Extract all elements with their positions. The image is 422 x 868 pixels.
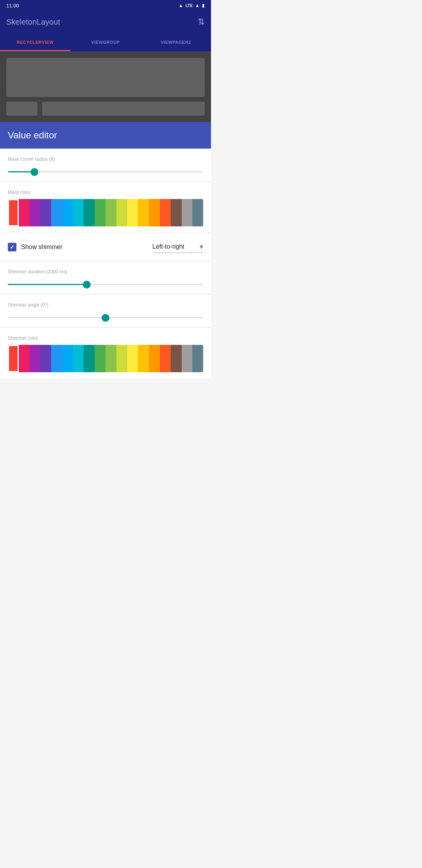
show-shimmer-checkbox-container: ✓ Show shimmer: [8, 243, 152, 251]
status-time: 11:00: [6, 3, 19, 9]
mask-color-label: Mask color: [8, 190, 203, 195]
color-swatch-14[interactable]: [160, 199, 171, 226]
color-swatch-15[interactable]: [171, 345, 182, 372]
color-swatch-2[interactable]: [30, 199, 41, 226]
lte-icon: LTE: [186, 4, 193, 8]
color-swatch-8[interactable]: [95, 345, 106, 372]
color-swatch-11[interactable]: [127, 199, 138, 226]
shimmer-color-label: Shimmer color: [8, 335, 203, 341]
app-title: SkeletonLayout: [6, 18, 60, 27]
shimmer-duration-label: Shimmer duration (2000 ms): [8, 269, 203, 274]
tab-viewpager2[interactable]: VIEWPAGER2: [141, 33, 211, 51]
show-shimmer-label: Show shimmer: [21, 244, 63, 251]
color-swatch-13[interactable]: [149, 345, 160, 372]
skeleton-block-small-1: [6, 102, 38, 116]
color-swatch-17[interactable]: [192, 345, 203, 372]
skeleton-row: [6, 102, 205, 116]
chevron-down-icon: ▾: [200, 242, 203, 251]
color-swatch-15[interactable]: [171, 199, 182, 226]
checkmark-icon: ✓: [10, 244, 14, 250]
value-editor-title: Value editor: [8, 130, 57, 140]
color-swatch-12[interactable]: [138, 345, 149, 372]
color-swatch-16[interactable]: [182, 345, 193, 372]
wifi-icon: ▲: [179, 3, 183, 8]
tab-recyclerview-label: RECYCLERVIEW: [17, 40, 54, 45]
color-swatch-9[interactable]: [106, 199, 116, 226]
color-swatch-0[interactable]: [8, 199, 19, 226]
mask-corner-radius-slider[interactable]: [8, 171, 203, 172]
show-shimmer-row: ✓ Show shimmer Left-to-right ▾: [0, 233, 211, 261]
mask-corner-radius-section: Mask corner radius (8): [0, 149, 211, 182]
shimmer-direction-dropdown[interactable]: Left-to-right ▾: [152, 241, 203, 253]
color-swatch-0[interactable]: [8, 345, 19, 372]
color-swatch-16[interactable]: [182, 199, 193, 226]
shimmer-angle-section: Shimmer angle (0°): [0, 294, 211, 328]
tab-bar: RECYCLERVIEW VIEWGROUP VIEWPAGER2: [0, 33, 211, 52]
color-swatch-11[interactable]: [127, 345, 138, 372]
color-swatch-10[interactable]: [116, 199, 127, 226]
color-swatch-17[interactable]: [192, 199, 203, 226]
tab-viewpager2-label: VIEWPAGER2: [161, 40, 191, 45]
signal-icon: ▲: [195, 3, 200, 8]
preview-area: [0, 52, 211, 122]
color-swatch-8[interactable]: [95, 199, 106, 226]
color-swatch-4[interactable]: [51, 345, 62, 372]
mask-corner-radius-label: Mask corner radius (8): [8, 156, 203, 162]
app-bar: SkeletonLayout ⇅: [0, 11, 211, 33]
show-shimmer-checkbox[interactable]: ✓: [8, 243, 16, 251]
status-icons: ▲ LTE ▲ ▮: [179, 3, 205, 8]
color-swatch-12[interactable]: [138, 199, 149, 226]
mask-corner-radius-slider-container: [8, 166, 203, 175]
color-swatch-7[interactable]: [84, 199, 95, 226]
tab-viewgroup[interactable]: VIEWGROUP: [70, 33, 141, 51]
shimmer-angle-slider-container: [8, 312, 203, 321]
mask-color-section: Mask color: [0, 182, 211, 233]
color-swatch-1[interactable]: [19, 199, 30, 226]
color-swatch-6[interactable]: [73, 199, 84, 226]
editor-content: Mask corner radius (8) Mask color ✓ Show…: [0, 149, 211, 378]
shimmer-angle-slider[interactable]: [8, 317, 203, 318]
shimmer-direction-value: Left-to-right: [152, 243, 200, 250]
swap-vertical-icon[interactable]: ⇅: [198, 17, 205, 27]
color-swatch-5[interactable]: [62, 345, 73, 372]
shimmer-duration-section: Shimmer duration (2000 ms): [0, 261, 211, 294]
color-swatch-14[interactable]: [160, 345, 171, 372]
skeleton-block-wide: [42, 102, 205, 116]
color-swatch-4[interactable]: [51, 199, 62, 226]
color-swatch-2[interactable]: [30, 345, 41, 372]
color-swatch-3[interactable]: [40, 199, 51, 226]
mask-color-palette: [8, 199, 203, 226]
color-swatch-10[interactable]: [116, 345, 127, 372]
shimmer-duration-slider-container: [8, 278, 203, 288]
value-editor-header: Value editor: [0, 122, 211, 149]
shimmer-color-palette: [8, 345, 203, 372]
shimmer-angle-label: Shimmer angle (0°): [8, 302, 203, 308]
color-swatch-13[interactable]: [149, 199, 160, 226]
battery-icon: ▮: [202, 3, 205, 8]
color-swatch-9[interactable]: [106, 345, 116, 372]
status-bar: 11:00 ▲ LTE ▲ ▮: [0, 0, 211, 11]
color-swatch-7[interactable]: [84, 345, 95, 372]
tab-viewgroup-label: VIEWGROUP: [91, 40, 120, 45]
skeleton-block-large: [6, 58, 205, 97]
shimmer-duration-slider[interactable]: [8, 284, 203, 285]
tab-recyclerview[interactable]: RECYCLERVIEW: [0, 33, 70, 51]
color-swatch-1[interactable]: [19, 345, 30, 372]
shimmer-color-section: Shimmer color: [0, 328, 211, 378]
color-swatch-3[interactable]: [40, 345, 51, 372]
color-swatch-6[interactable]: [73, 345, 84, 372]
color-swatch-5[interactable]: [62, 199, 73, 226]
